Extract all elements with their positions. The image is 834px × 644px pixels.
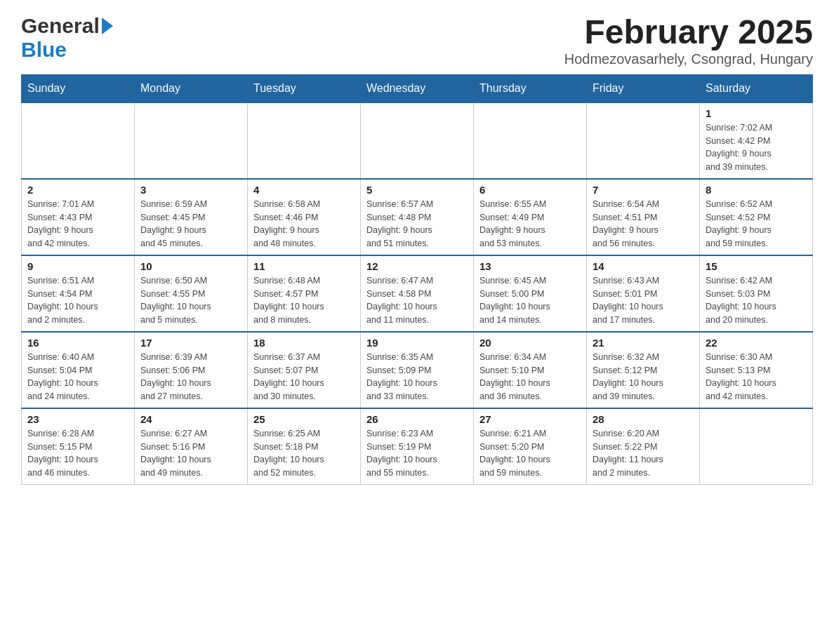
weekday-header-monday: Monday — [135, 74, 248, 102]
day-number: 24 — [140, 413, 241, 425]
day-number: 5 — [366, 184, 468, 196]
title-section: February 2025 Hodmezovasarhely, Csongrad… — [564, 14, 813, 67]
day-info: Sunrise: 6:21 AM Sunset: 5:20 PM Dayligh… — [479, 427, 581, 480]
day-info: Sunrise: 7:02 AM Sunset: 4:42 PM Dayligh… — [706, 121, 807, 174]
weekday-header-thursday: Thursday — [474, 74, 587, 102]
day-number: 18 — [253, 337, 355, 349]
day-info: Sunrise: 6:54 AM Sunset: 4:51 PM Dayligh… — [593, 198, 694, 250]
calendar-cell: 17Sunrise: 6:39 AM Sunset: 5:06 PM Dayli… — [135, 332, 248, 408]
day-info: Sunrise: 7:01 AM Sunset: 4:43 PM Dayligh… — [27, 198, 128, 250]
calendar-cell: 8Sunrise: 6:52 AM Sunset: 4:52 PM Daylig… — [700, 179, 813, 255]
day-number: 13 — [479, 260, 581, 272]
day-number: 4 — [253, 184, 355, 196]
day-number: 6 — [479, 184, 581, 196]
day-info: Sunrise: 6:45 AM Sunset: 5:00 PM Dayligh… — [479, 274, 581, 327]
weekday-header-friday: Friday — [587, 74, 700, 102]
calendar-cell: 2Sunrise: 7:01 AM Sunset: 4:43 PM Daylig… — [22, 179, 135, 255]
calendar-cell: 15Sunrise: 6:42 AM Sunset: 5:03 PM Dayli… — [700, 255, 813, 332]
day-info: Sunrise: 6:47 AM Sunset: 4:58 PM Dayligh… — [366, 274, 468, 327]
calendar-cell: 26Sunrise: 6:23 AM Sunset: 5:19 PM Dayli… — [361, 408, 474, 485]
calendar-cell: 11Sunrise: 6:48 AM Sunset: 4:57 PM Dayli… — [248, 255, 361, 332]
calendar-week-4: 16Sunrise: 6:40 AM Sunset: 5:04 PM Dayli… — [22, 332, 813, 408]
day-number: 16 — [27, 337, 128, 349]
calendar-cell — [135, 102, 248, 179]
day-info: Sunrise: 6:52 AM Sunset: 4:52 PM Dayligh… — [706, 198, 807, 250]
logo-blue-text: Blue — [21, 38, 67, 61]
day-info: Sunrise: 6:57 AM Sunset: 4:48 PM Dayligh… — [366, 198, 468, 250]
calendar-table: SundayMondayTuesdayWednesdayThursdayFrid… — [21, 74, 813, 485]
day-info: Sunrise: 6:48 AM Sunset: 4:57 PM Dayligh… — [253, 274, 355, 327]
month-title: February 2025 — [564, 14, 813, 51]
logo-general-text: General — [21, 14, 100, 38]
day-info: Sunrise: 6:59 AM Sunset: 4:45 PM Dayligh… — [140, 198, 241, 250]
day-number: 22 — [706, 337, 807, 349]
day-number: 7 — [593, 184, 694, 196]
day-info: Sunrise: 6:27 AM Sunset: 5:16 PM Dayligh… — [140, 427, 241, 480]
calendar-cell: 18Sunrise: 6:37 AM Sunset: 5:07 PM Dayli… — [248, 332, 361, 408]
day-info: Sunrise: 6:51 AM Sunset: 4:54 PM Dayligh… — [27, 274, 128, 327]
weekday-header-sunday: Sunday — [22, 74, 135, 102]
calendar-cell: 3Sunrise: 6:59 AM Sunset: 4:45 PM Daylig… — [135, 179, 248, 255]
day-number: 2 — [27, 184, 128, 196]
calendar-week-3: 9Sunrise: 6:51 AM Sunset: 4:54 PM Daylig… — [22, 255, 813, 332]
weekday-header-wednesday: Wednesday — [361, 74, 474, 102]
day-info: Sunrise: 6:35 AM Sunset: 5:09 PM Dayligh… — [366, 351, 468, 403]
calendar-cell: 20Sunrise: 6:34 AM Sunset: 5:10 PM Dayli… — [474, 332, 587, 408]
calendar-cell: 16Sunrise: 6:40 AM Sunset: 5:04 PM Dayli… — [22, 332, 135, 408]
day-info: Sunrise: 6:25 AM Sunset: 5:18 PM Dayligh… — [253, 427, 355, 480]
day-number: 27 — [479, 413, 581, 425]
day-number: 19 — [366, 337, 468, 349]
day-number: 25 — [253, 413, 355, 425]
day-number: 8 — [706, 184, 807, 196]
day-info: Sunrise: 6:43 AM Sunset: 5:01 PM Dayligh… — [593, 274, 694, 327]
day-info: Sunrise: 6:50 AM Sunset: 4:55 PM Dayligh… — [140, 274, 241, 327]
calendar-cell: 24Sunrise: 6:27 AM Sunset: 5:16 PM Dayli… — [135, 408, 248, 485]
day-number: 20 — [479, 337, 581, 349]
day-info: Sunrise: 6:39 AM Sunset: 5:06 PM Dayligh… — [140, 351, 241, 403]
day-info: Sunrise: 6:32 AM Sunset: 5:12 PM Dayligh… — [593, 351, 694, 403]
logo: General Blue — [21, 14, 113, 62]
day-info: Sunrise: 6:37 AM Sunset: 5:07 PM Dayligh… — [253, 351, 355, 403]
calendar-cell: 14Sunrise: 6:43 AM Sunset: 5:01 PM Dayli… — [587, 255, 700, 332]
calendar-week-2: 2Sunrise: 7:01 AM Sunset: 4:43 PM Daylig… — [22, 179, 813, 255]
day-number: 15 — [706, 260, 807, 272]
calendar-week-5: 23Sunrise: 6:28 AM Sunset: 5:15 PM Dayli… — [22, 408, 813, 485]
calendar-week-1: 1Sunrise: 7:02 AM Sunset: 4:42 PM Daylig… — [22, 102, 813, 179]
calendar-cell: 13Sunrise: 6:45 AM Sunset: 5:00 PM Dayli… — [474, 255, 587, 332]
day-number: 1 — [706, 107, 807, 119]
calendar-cell: 25Sunrise: 6:25 AM Sunset: 5:18 PM Dayli… — [248, 408, 361, 485]
day-number: 28 — [593, 413, 694, 425]
day-number: 9 — [27, 260, 128, 272]
weekday-header-saturday: Saturday — [700, 74, 813, 102]
calendar-cell: 27Sunrise: 6:21 AM Sunset: 5:20 PM Dayli… — [474, 408, 587, 485]
calendar-cell — [700, 408, 813, 485]
day-number: 12 — [366, 260, 468, 272]
day-info: Sunrise: 6:42 AM Sunset: 5:03 PM Dayligh… — [706, 274, 807, 327]
day-number: 3 — [140, 184, 241, 196]
day-info: Sunrise: 6:55 AM Sunset: 4:49 PM Dayligh… — [479, 198, 581, 250]
calendar-cell — [587, 102, 700, 179]
calendar-cell: 9Sunrise: 6:51 AM Sunset: 4:54 PM Daylig… — [22, 255, 135, 332]
day-info: Sunrise: 6:20 AM Sunset: 5:22 PM Dayligh… — [593, 427, 694, 480]
logo-arrow-icon — [102, 18, 113, 34]
calendar-cell: 23Sunrise: 6:28 AM Sunset: 5:15 PM Dayli… — [22, 408, 135, 485]
calendar-cell: 12Sunrise: 6:47 AM Sunset: 4:58 PM Dayli… — [361, 255, 474, 332]
calendar-cell: 1Sunrise: 7:02 AM Sunset: 4:42 PM Daylig… — [700, 102, 813, 179]
page-header: General Blue February 2025 Hodmezovasarh… — [21, 14, 813, 67]
day-info: Sunrise: 6:40 AM Sunset: 5:04 PM Dayligh… — [27, 351, 128, 403]
calendar-cell: 7Sunrise: 6:54 AM Sunset: 4:51 PM Daylig… — [587, 179, 700, 255]
day-info: Sunrise: 6:23 AM Sunset: 5:19 PM Dayligh… — [366, 427, 468, 480]
weekday-header-tuesday: Tuesday — [248, 74, 361, 102]
calendar-cell — [474, 102, 587, 179]
calendar-cell: 19Sunrise: 6:35 AM Sunset: 5:09 PM Dayli… — [361, 332, 474, 408]
day-number: 21 — [593, 337, 694, 349]
calendar-cell: 5Sunrise: 6:57 AM Sunset: 4:48 PM Daylig… — [361, 179, 474, 255]
calendar-cell — [248, 102, 361, 179]
calendar-cell: 4Sunrise: 6:58 AM Sunset: 4:46 PM Daylig… — [248, 179, 361, 255]
day-number: 14 — [593, 260, 694, 272]
calendar-cell: 28Sunrise: 6:20 AM Sunset: 5:22 PM Dayli… — [587, 408, 700, 485]
day-number: 26 — [366, 413, 468, 425]
calendar-cell — [22, 102, 135, 179]
calendar-header-row: SundayMondayTuesdayWednesdayThursdayFrid… — [22, 74, 813, 102]
day-info: Sunrise: 6:34 AM Sunset: 5:10 PM Dayligh… — [479, 351, 581, 403]
